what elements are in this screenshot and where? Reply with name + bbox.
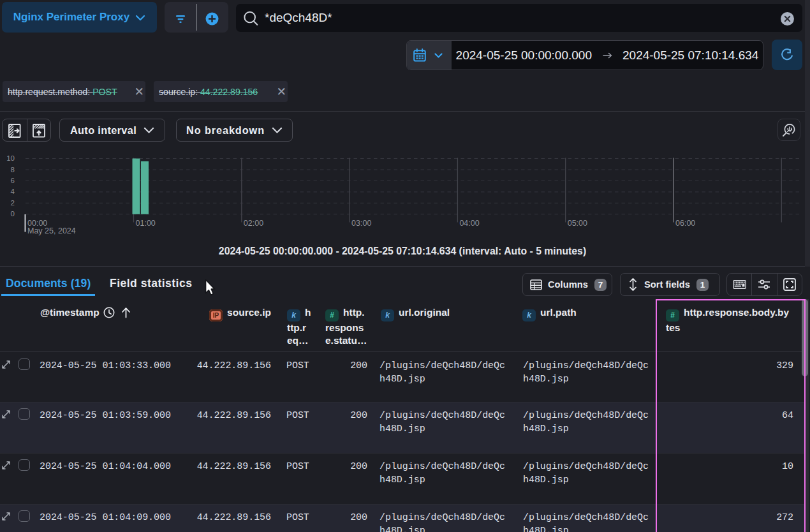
svg-text:04:00: 04:00 — [459, 219, 479, 228]
svg-text:05:00: 05:00 — [568, 219, 587, 228]
svg-text:4: 4 — [11, 188, 15, 195]
svg-text:10: 10 — [6, 154, 15, 162]
svg-text:2: 2 — [11, 199, 15, 207]
svg-text:01:00: 01:00 — [136, 219, 156, 228]
svg-text:6: 6 — [11, 177, 15, 184]
svg-text:8: 8 — [11, 166, 15, 174]
svg-text:02:00: 02:00 — [244, 219, 263, 228]
svg-text:03:00: 03:00 — [351, 219, 371, 228]
svg-text:06:00: 06:00 — [675, 219, 695, 228]
svg-text:0: 0 — [11, 210, 15, 218]
svg-text:May 25, 2024: May 25, 2024 — [27, 226, 76, 235]
